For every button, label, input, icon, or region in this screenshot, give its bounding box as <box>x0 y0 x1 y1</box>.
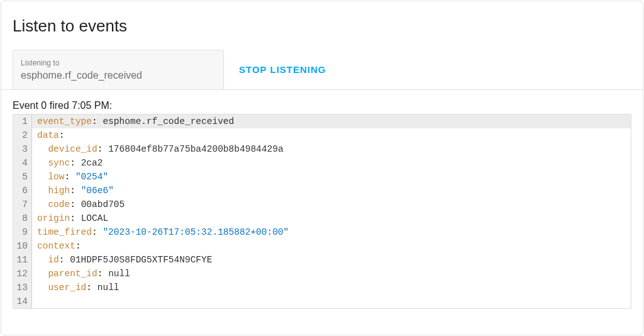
events-card: Listen to events Listening to STOP LISTE… <box>1 1 643 335</box>
line-number: 1 <box>16 115 28 128</box>
line-number: 8 <box>16 211 28 225</box>
code-line: device_id: 176804ef8b77a75ba4200b8b49844… <box>32 142 631 156</box>
line-number: 3 <box>16 142 28 156</box>
event-fired-header: Event 0 fired 7:05 PM: <box>1 90 643 114</box>
line-number: 7 <box>16 198 28 211</box>
code-line: event_type: esphome.rf_code_received <box>32 115 631 128</box>
controls-row: Listening to STOP LISTENING <box>1 41 643 90</box>
code-line: code: 00abd705 <box>32 198 631 211</box>
code-line: low: "0254" <box>32 170 631 184</box>
event-name-field[interactable]: Listening to <box>13 50 224 89</box>
code-line <box>32 294 631 308</box>
code-column: event_type: esphome.rf_code_received dat… <box>32 115 631 308</box>
line-number: 14 <box>16 294 28 308</box>
page-title: Listen to events <box>1 1 643 41</box>
event-name-input[interactable] <box>21 69 216 82</box>
line-number: 2 <box>16 128 28 142</box>
event-code-block: 1 2 3 4 5 6 7 8 9 10 11 12 13 14 event_t… <box>13 114 631 309</box>
line-number: 5 <box>16 170 28 184</box>
code-line: data: <box>32 128 631 142</box>
code-line: context: <box>32 239 631 253</box>
line-number: 9 <box>16 225 28 239</box>
code-line: high: "06e6" <box>32 184 631 198</box>
code-line: id: 01HDPF5J0S8FDG5XTF54N9CFYE <box>32 253 631 267</box>
code-line: user_id: null <box>32 281 631 294</box>
line-number: 4 <box>16 156 28 170</box>
line-number: 13 <box>16 281 28 294</box>
line-number: 11 <box>16 253 28 267</box>
line-number: 10 <box>16 239 28 253</box>
code-line: parent_id: null <box>32 267 631 281</box>
stop-listening-button[interactable]: STOP LISTENING <box>236 59 328 80</box>
code-line: time_fired: "2023-10-26T17:05:32.185882+… <box>32 225 631 239</box>
code-line: origin: LOCAL <box>32 211 631 225</box>
line-number-gutter: 1 2 3 4 5 6 7 8 9 10 11 12 13 14 <box>13 115 32 308</box>
line-number: 6 <box>16 184 28 198</box>
event-name-label: Listening to <box>21 59 216 69</box>
line-number: 12 <box>16 267 28 281</box>
code-line: sync: 2ca2 <box>32 156 631 170</box>
